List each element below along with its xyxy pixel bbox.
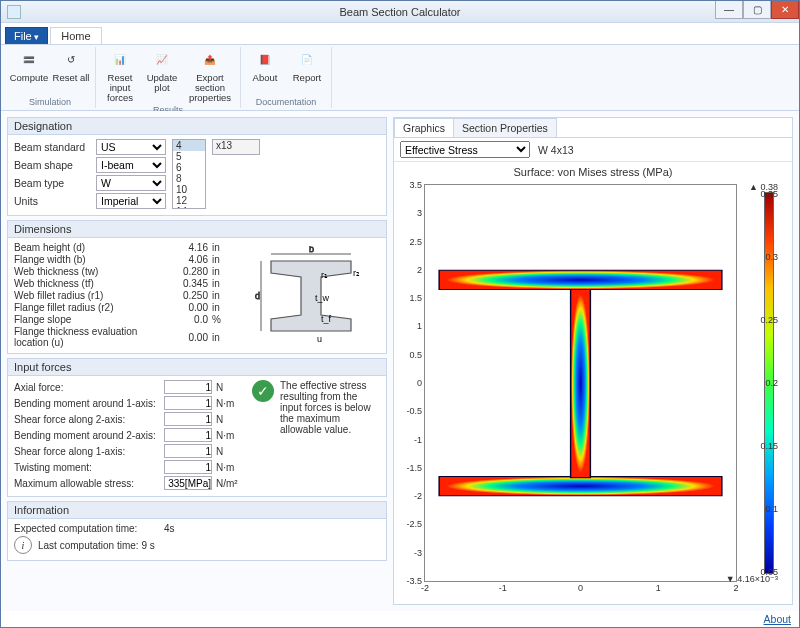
size-listbox[interactable]: 4568101214 — [172, 139, 206, 209]
colorbar-tick: 0.3 — [765, 252, 778, 262]
file-menu[interactable]: File — [5, 27, 48, 44]
size-option[interactable]: 14 — [173, 206, 205, 209]
report-button[interactable]: 📄Report — [287, 47, 327, 97]
beam-standard-select[interactable]: US — [96, 139, 166, 155]
dim-unit: % — [212, 314, 234, 325]
dim-value: 0.00 — [174, 302, 208, 313]
x-tick: 0 — [578, 581, 583, 593]
force-input[interactable] — [164, 380, 212, 394]
force-input[interactable] — [164, 476, 212, 490]
force-unit: N — [216, 382, 223, 393]
tab-home[interactable]: Home — [50, 27, 101, 44]
about-link[interactable]: About — [764, 613, 791, 625]
minimize-button[interactable]: — — [715, 1, 743, 19]
size-option[interactable]: 12 — [173, 195, 205, 206]
plot-panel: Graphics Section Properties Effective St… — [393, 117, 793, 605]
y-tick: -1 — [414, 435, 425, 445]
size-option[interactable]: 6 — [173, 162, 205, 173]
reset-all-button[interactable]: ↺Reset all — [51, 47, 91, 97]
expected-time-label: Expected computation time: — [14, 523, 154, 534]
dim-label: Flange slope — [14, 314, 174, 325]
dim-value: 0.0 — [174, 314, 208, 325]
y-tick: 1.5 — [409, 293, 425, 303]
maximize-button[interactable]: ▢ — [743, 1, 771, 19]
force-label: Axial force: — [14, 382, 164, 393]
y-tick: 3.5 — [409, 180, 425, 190]
y-tick: 2 — [417, 265, 425, 275]
tab-section-properties[interactable]: Section Properties — [453, 118, 557, 137]
dim-unit: in — [212, 266, 234, 277]
y-tick: 2.5 — [409, 237, 425, 247]
last-time-text: Last computation time: 9 s — [38, 540, 155, 551]
force-label: Maximum allowable stress: — [14, 478, 164, 489]
variant-box[interactable]: x13 — [212, 139, 260, 155]
y-tick: 0.5 — [409, 350, 425, 360]
force-input[interactable] — [164, 460, 212, 474]
units-select[interactable]: Imperial — [96, 193, 166, 209]
tab-graphics[interactable]: Graphics — [394, 118, 454, 137]
about-button[interactable]: 📕About — [245, 47, 285, 97]
plot-type-select[interactable]: Effective Stress — [400, 141, 530, 158]
dim-label: Web thickness (tw) — [14, 266, 174, 277]
dimensions-section: Dimensions Beam height (d)4.16inFlange w… — [7, 220, 387, 354]
size-option[interactable]: 4 — [173, 140, 205, 151]
colorbar-tick: 0.05 — [760, 567, 778, 577]
dim-unit: in — [212, 332, 234, 343]
dim-unit: in — [212, 242, 234, 253]
plot-area[interactable]: Surface: von Mises stress (MPa) — [394, 162, 792, 604]
force-unit: N — [216, 414, 223, 425]
designation-section: Designation Beam standardUS Beam shapeI-… — [7, 117, 387, 216]
colorbar-tick: 0.25 — [760, 315, 778, 325]
y-tick: -1.5 — [406, 463, 425, 473]
svg-text:d: d — [255, 291, 260, 301]
dim-value: 4.06 — [174, 254, 208, 265]
y-tick: -3 — [414, 548, 425, 558]
window-title: Beam Section Calculator — [1, 6, 799, 18]
info-section: Information Expected computation time:4s… — [7, 501, 387, 561]
dim-label: Flange thickness evaluation location (u) — [14, 326, 174, 348]
x-tick: -2 — [421, 581, 429, 593]
colorbar-tick: 0.1 — [765, 504, 778, 514]
y-tick: 0 — [417, 378, 425, 388]
ribbon: 🟰Compute ↺Reset all Simulation 📊Reset in… — [1, 45, 799, 111]
force-input[interactable] — [164, 444, 212, 458]
size-option[interactable]: 10 — [173, 184, 205, 195]
force-unit: N·m — [216, 462, 234, 473]
plot-section-label: W 4x13 — [538, 144, 574, 156]
check-icon: ✓ — [252, 380, 274, 402]
titlebar: Beam Section Calculator — ▢ ✕ — [1, 1, 799, 23]
colorbar-tick: 0.35 — [760, 189, 778, 199]
beam-shape-select[interactable]: I-beam — [96, 157, 166, 173]
y-tick: 1 — [417, 321, 425, 331]
force-input[interactable] — [164, 396, 212, 410]
size-option[interactable]: 5 — [173, 151, 205, 162]
svg-text:u: u — [317, 334, 322, 344]
force-input[interactable] — [164, 428, 212, 442]
dim-value: 4.16 — [174, 242, 208, 253]
export-section-button[interactable]: 📤Export section properties — [184, 47, 236, 105]
reset-input-icon: 📊 — [109, 49, 131, 71]
report-icon: 📄 — [296, 49, 318, 71]
update-plot-button[interactable]: 📈Update plot — [142, 47, 182, 105]
svg-text:r₂: r₂ — [353, 268, 360, 278]
app-window: Beam Section Calculator — ▢ ✕ File Home … — [0, 0, 800, 628]
dim-value: 0.280 — [174, 266, 208, 277]
y-tick: -2.5 — [406, 519, 425, 529]
x-tick: 1 — [656, 581, 661, 593]
forces-section: Input forces Axial force:NBending moment… — [7, 358, 387, 497]
reset-input-button[interactable]: 📊Reset input forces — [100, 47, 140, 105]
dim-label: Beam height (d) — [14, 242, 174, 253]
y-tick: -0.5 — [406, 406, 425, 416]
size-option[interactable]: 8 — [173, 173, 205, 184]
info-icon: i — [14, 536, 32, 554]
forces-header: Input forces — [8, 359, 386, 376]
compute-button[interactable]: 🟰Compute — [9, 47, 49, 97]
beam-type-select[interactable]: W — [96, 175, 166, 191]
y-tick: -2 — [414, 491, 425, 501]
reset-icon: ↺ — [60, 49, 82, 71]
force-input[interactable] — [164, 412, 212, 426]
close-button[interactable]: ✕ — [771, 1, 799, 19]
dim-label: Flange fillet radius (r2) — [14, 302, 174, 313]
footer: About — [1, 611, 799, 627]
beam-type-label: Beam type — [14, 177, 92, 189]
